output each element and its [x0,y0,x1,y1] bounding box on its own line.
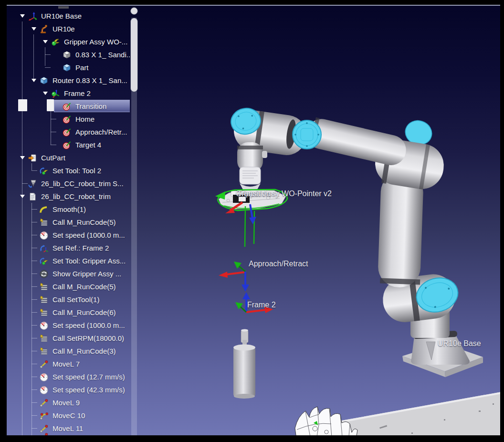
expand-arrow-icon[interactable] [29,27,39,31]
tree-item-gripper-assy-wo[interactable]: Gripper Assy WO-... [7,35,130,48]
tree-item-label: Set speed (42.3 mm/s) [52,386,125,394]
call-icon [39,308,50,317]
program-icon [28,153,38,163]
tree-item-cutpart[interactable]: CutPart [7,151,130,164]
tree-item-label: 0.83 X 1_ Sandi... [75,51,130,59]
expand-arrow-icon[interactable] [17,14,28,18]
tree-item-set-tool-gripper-ass[interactable]: Set Tool: Gripper Ass... [7,254,130,267]
tree-item-label: Call SetRPM(18000.0) [52,334,124,342]
tree-item-call-setrpm-18000-0[interactable]: Call SetRPM(18000.0) [7,332,130,345]
tree-item-label: MoveC 10 [52,411,85,420]
tree-item-part[interactable]: Part [7,61,130,74]
tree-item-label: Show Gripper Assy ... [52,270,121,278]
tree-item-set-speed-1000-0-m[interactable]: Set speed (1000.0 m... [7,229,130,242]
tree-item-call-m-runcode-6[interactable]: Call M_RunCode(6) [7,306,130,319]
cube-blue-icon [62,63,73,73]
axes-icon [28,11,38,21]
partial-item-above [58,6,69,9]
tree-item-ur10e[interactable]: UR10e [7,22,130,35]
tool-pointer-lines [245,206,254,247]
tree-item-label: 26_lib_CC_robot_trim [41,192,111,200]
tree-item-ur10e-base[interactable]: UR10e Base [7,10,130,22]
call-icon [39,347,50,356]
tree-item-label: Part [75,63,89,72]
tree-item-label: Call M_RunCode(3) [52,347,116,355]
tree-item-label: UR10e [52,25,75,33]
document-icon [28,192,38,201]
station-tree[interactable]: UR10e BaseUR10eGripper Assy WO-...0.83 X… [7,6,130,435]
frame-icon [51,89,61,98]
tree-item-router-0-83-x-1-san[interactable]: Router 0.83 X 1_ San... [7,74,130,87]
tree-item-home[interactable]: Home [7,113,130,126]
expand-arrow-icon[interactable] [40,40,51,43]
tree-scrollbar-thumb[interactable] [130,18,138,92]
tree-item-label: Set Tool: Gripper Ass... [52,257,126,265]
tree-item-set-speed-12-7-mm-s[interactable]: Set speed (12.7 mm/s) [7,370,130,383]
tree-item-call-m-runcode-5[interactable]: Call M_RunCode(5) [7,280,130,293]
tree-item-smooth-1[interactable]: Smooth(1) [7,203,130,216]
tree-item-movel-7[interactable]: MoveL 7 [7,358,130,370]
tree-item-show-gripper-assy[interactable]: Show Gripper Assy ... [7,267,130,280]
tree-item-26-lib-cc-robot-trim-s[interactable]: 26_lib_CC_robot_trim S... [7,177,130,190]
tree-item-label: CutPart [41,154,65,162]
tree-item-approach-retr[interactable]: Approach/Retr... [7,126,130,138]
expand-arrow-icon[interactable] [17,195,28,198]
tree-item-call-m-runcode-3[interactable]: Call M_RunCode(3) [7,345,130,358]
tree-item-label: Call M_RunCode(6) [52,308,116,316]
expand-arrow-icon[interactable] [40,92,51,95]
tree-item-set-tool-tool-2[interactable]: Set Tool: Tool 2 [7,164,130,177]
show-icon [39,269,50,279]
tool-gripper-assy[interactable] [215,189,287,247]
tree-scrollbar-top-button[interactable] [130,7,138,15]
settool-icon [39,166,50,176]
robodk-station-window: { "tree": { "items": [ {"label":"UR10e B… [0,0,504,442]
tree-item-label: Smooth(1) [52,205,86,213]
expand-arrow-icon[interactable] [17,156,28,159]
tree-item-set-ref-frame-2[interactable]: Set Ref.: Frame 2 [7,242,130,254]
robot-ur10e[interactable] [229,106,483,377]
tree-item-0-83-x-1-sandi[interactable]: 0.83 X 1_ Sandi... [7,48,130,61]
setref-icon [39,243,50,253]
machining-icon [28,179,38,189]
target-icon [62,102,73,111]
tree-item-label: MoveL 7 [52,360,80,368]
tree-handle[interactable] [47,99,54,111]
tree-item-call-settool-1[interactable]: Call SetTool(1) [7,293,130,306]
workpiece-cylinder[interactable] [233,329,255,399]
call-icon [39,295,50,305]
tree-item-frame-2[interactable]: Frame 2 [7,87,130,100]
tree-item-movec-10[interactable]: MoveC 10 [7,409,130,422]
robot-wrist2-cap[interactable] [293,120,321,149]
approach-retract-frame[interactable] [219,262,249,292]
target-icon [62,115,73,124]
frame-2-frame[interactable] [235,292,273,313]
tree-item-target-4[interactable]: Target 4 [7,138,130,151]
tree-item-label: Set Ref.: Frame 2 [52,244,109,252]
movel-icon [39,432,50,436]
tree-item-label: Set speed (12.7 mm/s) [52,373,125,381]
smooth-icon [39,205,50,214]
movel-icon [39,359,50,369]
tree-item-label: 26_lib_CC_robot_trim S... [41,179,124,188]
tree-item-label: Set speed (1000.0 m... [52,231,125,239]
tree-item-movel-9[interactable]: MoveL 9 [7,396,130,409]
speed-icon [39,321,50,330]
tree-item-label: Set Tool: Tool 2 [52,167,101,175]
tree-item-label: Approach/Retr... [75,128,127,136]
tree-handle[interactable] [18,99,27,111]
machined-part[interactable] [295,407,357,442]
tree-item-label: MoveL 9 [52,399,80,407]
target-icon [62,140,73,150]
tree-item-label: Router 0.83 X 1_ San... [52,76,127,84]
expand-arrow-icon[interactable] [29,79,39,82]
tree-item-label: Gripper Assy WO-... [64,38,127,46]
tree-item-26-lib-cc-robot-trim[interactable]: 26_lib_CC_robot_trim [7,190,130,203]
cube-blue-icon [39,76,50,85]
robot-upper-arm[interactable] [378,171,424,288]
call-icon [39,282,50,292]
tree-item-set-speed-1000-0-m[interactable]: Set speed (1000.0 m... [7,319,130,332]
tree-item-call-m-runcode-5[interactable]: Call M_RunCode(5) [7,216,130,229]
call-icon [39,334,50,343]
tree-item-label: Set speed (1000.0 m... [52,321,125,329]
tree-item-set-speed-42-3-mm-s[interactable]: Set speed (42.3 mm/s) [7,383,130,396]
